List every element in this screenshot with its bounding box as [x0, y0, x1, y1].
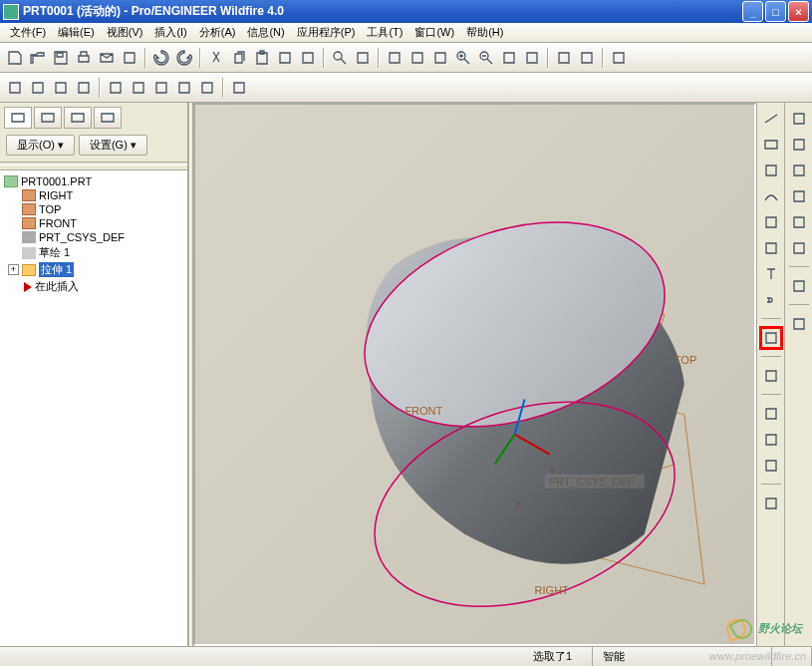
regenerate-button[interactable] [297, 47, 319, 69]
copy-button[interactable] [228, 47, 250, 69]
menu-7[interactable]: 工具(T) [361, 23, 408, 42]
watermark: 野火论坛 [726, 615, 802, 641]
paste-button[interactable] [251, 47, 273, 69]
csys-display-button[interactable] [73, 77, 95, 99]
help-cursor-button[interactable] [228, 77, 250, 99]
settings-button[interactable]: 设置(G) ▾ [79, 135, 147, 156]
corner-button[interactable] [759, 428, 783, 452]
point-display-button[interactable] [50, 77, 72, 99]
save-button[interactable] [50, 47, 72, 69]
hidden-line-button[interactable] [150, 77, 172, 99]
sketch-tools-col [756, 103, 784, 646]
select-box-button[interactable] [352, 47, 374, 69]
separator [789, 266, 809, 268]
maximize-button[interactable]: □ [765, 1, 786, 22]
copy-model-button[interactable] [119, 47, 140, 69]
palette3-button[interactable] [787, 184, 811, 208]
datum-display-button[interactable] [4, 77, 26, 99]
zoom-out-button[interactable] [475, 47, 497, 69]
paste-special-button[interactable] [274, 47, 296, 69]
refit-button[interactable] [498, 47, 520, 69]
open-button[interactable] [27, 47, 49, 69]
mirror-button[interactable] [759, 364, 783, 388]
menu-6[interactable]: 应用程序(P) [291, 23, 362, 42]
tree-item-0[interactable]: RIGHT [4, 188, 183, 202]
tree-item-4[interactable]: 草绘 1 [4, 244, 183, 261]
no-hidden-button[interactable] [173, 77, 195, 99]
axis-display-button[interactable] [27, 77, 49, 99]
close-button[interactable]: × [788, 1, 809, 22]
menu-4[interactable]: 分析(A) [193, 23, 242, 42]
server-button[interactable] [608, 47, 630, 69]
tree-tab-folders[interactable] [94, 107, 122, 129]
palette4-button[interactable] [787, 210, 811, 234]
chain-button[interactable] [759, 288, 783, 312]
mail-button[interactable] [96, 47, 118, 69]
view-mgr-button[interactable] [384, 47, 406, 69]
new-button[interactable] [4, 47, 26, 69]
cut-button[interactable] [205, 47, 227, 69]
redo-button[interactable] [173, 47, 195, 69]
tangent-edge-button[interactable] [128, 77, 149, 99]
tree-item-2[interactable]: FRONT [4, 216, 183, 230]
viewport-3d[interactable]: TOP FRONT RIGHT PRT_CSYS_DEF Y Z [193, 103, 756, 646]
menu-9[interactable]: 帮助(H) [460, 23, 509, 42]
watermark-url: www.proewildfire.cn [709, 650, 806, 662]
toolbar-datum [0, 73, 812, 103]
plane-display-button[interactable] [105, 77, 127, 99]
dimension-button[interactable] [759, 492, 783, 515]
separator [602, 48, 604, 68]
expander-icon[interactable]: + [8, 264, 19, 275]
tree-item-3[interactable]: PRT_CSYS_DEF [4, 230, 183, 244]
axes2-button[interactable] [759, 236, 783, 260]
menu-0[interactable]: 文件(F) [4, 23, 52, 42]
print-button[interactable] [73, 47, 95, 69]
orient-button[interactable] [521, 47, 543, 69]
trim-button[interactable] [759, 402, 783, 426]
find-button[interactable] [329, 47, 351, 69]
tree-item-6[interactable]: 在此插入 [4, 278, 183, 295]
rect-button[interactable] [759, 133, 783, 157]
undo-button[interactable] [150, 47, 172, 69]
tree-tab-model-tree[interactable] [4, 107, 32, 129]
menu-5[interactable]: 信息(N) [241, 23, 290, 42]
model-tree[interactable]: PRT0001.PRTRIGHTTOPFRONTPRT_CSYS_DEF草绘 1… [0, 169, 187, 646]
appearance-button[interactable] [406, 47, 428, 69]
sketch-mode-button[interactable] [787, 107, 811, 131]
tree-root[interactable]: PRT0001.PRT [4, 174, 183, 188]
annotate-button[interactable] [576, 47, 598, 69]
tree-tabs [0, 103, 187, 133]
palette5-button[interactable] [787, 236, 811, 260]
zoom-in-button[interactable] [452, 47, 474, 69]
tree-item-1[interactable]: TOP [4, 202, 183, 216]
tree-item-5[interactable]: +拉伸 1 [4, 261, 183, 278]
tree-tab-layers[interactable] [34, 107, 62, 129]
show-button[interactable]: 显示(O) ▾ [6, 135, 75, 156]
menu-1[interactable]: 编辑(E) [52, 23, 101, 42]
minimize-button[interactable]: _ [742, 1, 763, 22]
grid-button[interactable] [787, 274, 811, 298]
layers-button[interactable] [553, 47, 575, 69]
insert-arrow-icon [24, 282, 32, 292]
label-top: TOP [675, 354, 696, 366]
axes-button[interactable] [759, 210, 783, 234]
constraints-button[interactable] [787, 312, 811, 336]
slash-button[interactable] [759, 159, 783, 182]
tree-tab-favorites[interactable] [64, 107, 92, 129]
menu-3[interactable]: 插入(I) [148, 23, 192, 42]
arc-button[interactable] [759, 184, 783, 208]
shaded-button[interactable] [196, 77, 218, 99]
palette2-button[interactable] [787, 159, 811, 182]
offset-dz-button[interactable] [759, 326, 783, 350]
line-button[interactable] [759, 107, 783, 131]
named-views-button[interactable] [429, 47, 451, 69]
menu-2[interactable]: 视图(V) [101, 23, 149, 42]
tree-controls: 显示(O) ▾ 设置(G) ▾ [0, 133, 187, 158]
palette1-button[interactable] [787, 133, 811, 157]
text-button[interactable] [759, 262, 783, 286]
separator [547, 48, 549, 68]
delete-button[interactable] [759, 454, 783, 478]
datum-icon [22, 203, 36, 215]
titlebar: PRT0001 (活动的) - Pro/ENGINEER Wildfire 4.… [0, 0, 812, 23]
menu-8[interactable]: 窗口(W) [408, 23, 460, 42]
